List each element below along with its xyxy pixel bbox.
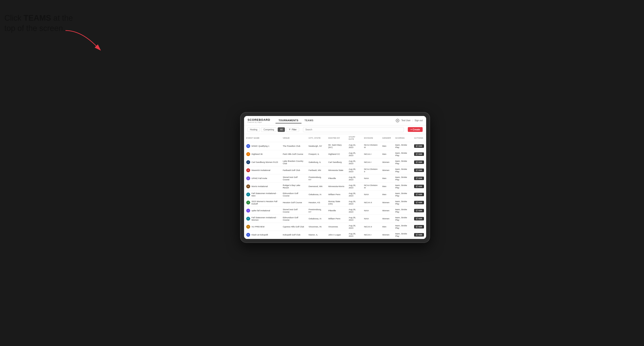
event-start-date: Aug 28, 2023 (346, 214, 362, 223)
event-start-date: Aug 28, 2023 (346, 223, 362, 231)
event-gender: Men (380, 174, 393, 182)
tab-tournaments[interactable]: TOURNAMENTS (276, 118, 302, 123)
filter-button[interactable]: Filter (286, 127, 299, 132)
event-gender: Men (380, 142, 393, 150)
edit-button[interactable]: Edit (414, 201, 424, 204)
event-name-cell: U UPIKE Fall Invite (244, 174, 280, 182)
table-header-row: EVENT NAME VENUE CITY, STATE HOSTED BY S… (244, 134, 426, 142)
event-name: Maverick Invitational (252, 169, 270, 171)
search-container (303, 127, 404, 132)
event-city-state: Vincennes, IN (306, 223, 326, 231)
event-gender: Men (380, 190, 393, 198)
event-gender: Men (380, 182, 393, 190)
create-button[interactable]: + Create (408, 127, 423, 132)
hosting-filter-button[interactable]: Hosting (248, 127, 260, 132)
event-division: NAIA (362, 190, 380, 198)
competing-filter-button[interactable]: Competing (261, 127, 276, 132)
table-row: M Maverick Invitational Faribault Golf C… (244, 166, 426, 174)
event-hosted-by: William Penn (326, 190, 346, 198)
event-start-date: Aug 28, 2023 (346, 190, 362, 198)
event-gender: Women (380, 214, 393, 223)
table-row: M MSMC Qualifying 1 The Powelton Club Ne… (244, 142, 426, 150)
edit-icon (416, 209, 418, 211)
event-name: MSMC Qualifying 1 (252, 145, 270, 147)
event-name: upike fall invitational (252, 209, 270, 212)
event-city-state: Freeport, IL (306, 150, 326, 158)
event-scoring: team, Stroke Play (393, 142, 412, 150)
event-name: Carl Sandburg Women FA23 (252, 161, 278, 163)
edit-button[interactable]: Edit (414, 161, 424, 164)
filter-icon (288, 128, 291, 131)
edit-button[interactable]: Edit (414, 169, 424, 172)
toolbar: Hosting Competing All Filter + Create (244, 125, 426, 134)
edit-icon (416, 161, 418, 163)
event-name-cell: H Highland 36 (244, 150, 280, 158)
edit-button[interactable]: Edit (414, 217, 424, 220)
table-row: M Morris Invitational Ruttger's Bay Lake… (244, 182, 426, 190)
tab-teams[interactable]: TEAMS (302, 118, 316, 123)
all-filter-button[interactable]: All (278, 127, 285, 132)
table-row: F Fall Statesmen Invitational - Men Edmu… (244, 190, 426, 198)
edit-icon (416, 177, 418, 179)
event-gender: Women (380, 166, 393, 174)
edit-icon (416, 145, 418, 147)
event-division: NCAA Division III (362, 182, 380, 190)
event-venue: StoneCrest Golf Course (280, 174, 306, 182)
table-row: 2 2023 Women's Hesston Fall Kickoff Hess… (244, 198, 426, 206)
event-scoring: team, Stroke Play (393, 214, 412, 223)
event-scoring: team, Stroke Play (393, 166, 412, 174)
event-actions: Edit (412, 150, 426, 158)
event-actions: Edit (412, 182, 426, 190)
event-icon: M (246, 144, 250, 148)
event-division: NICAA II (362, 198, 380, 206)
edit-button[interactable]: Edit (414, 233, 424, 237)
event-name: 2023 Women's Hesston Fall Kickoff (252, 200, 278, 205)
table-row: u upike fall invitational StoneCrest Gol… (244, 206, 426, 214)
settings-icon[interactable] (396, 119, 400, 123)
event-division: NAIA (362, 174, 380, 182)
event-start-date: Aug 28, 2023 (346, 166, 362, 174)
search-input[interactable] (303, 127, 404, 132)
logo-sub: Powered by clippit (248, 121, 270, 123)
event-division: NCAA Division III (362, 142, 380, 150)
edit-icon (416, 185, 418, 187)
event-division: NICAA I (362, 158, 380, 166)
event-hosted-by: Minnesota-Morris (326, 182, 346, 190)
edit-button[interactable]: Edit (414, 193, 424, 196)
instruction-text: Click TEAMS at the top of the screen. (4, 13, 74, 33)
event-gender: Men (380, 223, 393, 231)
edit-button[interactable]: Edit (414, 225, 424, 228)
event-actions: Edit (412, 214, 426, 223)
svg-point-1 (397, 120, 398, 121)
header-signout[interactable]: Sign out (414, 119, 423, 122)
event-venue: Kokopelli Golf Club (280, 231, 306, 239)
event-name: Fall Statesmen Invitational - Women (252, 216, 278, 221)
edit-button[interactable]: Edit (414, 176, 424, 180)
edit-icon (416, 218, 418, 219)
event-gender: Women (380, 198, 393, 206)
event-actions: Edit (412, 223, 426, 231)
event-city-state: Oskaloosa, IA (306, 214, 326, 223)
event-name: Highland 36 (252, 153, 262, 155)
edit-button[interactable]: Edit (414, 144, 424, 148)
event-hosted-by: Minnesota State (326, 166, 346, 174)
event-name-cell: C Carl Sandburg Women FA23 (244, 158, 280, 166)
col-actions: ACTIONS (412, 134, 426, 142)
edit-button[interactable]: Edit (414, 209, 424, 212)
event-hosted-by: Vincennes (326, 223, 346, 231)
event-hosted-by: John A Logan (326, 231, 346, 239)
edit-button[interactable]: Edit (414, 185, 424, 188)
event-city-state: Galesburg, IL (306, 158, 326, 166)
event-scoring: team, Stroke Play (393, 182, 412, 190)
edit-button[interactable]: Edit (414, 152, 424, 156)
event-division: NAIA (362, 214, 380, 223)
event-actions: Edit (412, 158, 426, 166)
tournament-table: EVENT NAME VENUE CITY, STATE HOSTED BY S… (244, 134, 426, 239)
event-city-state: Prestonsburg, KY (306, 206, 326, 214)
event-city-state: Hesston, KS (306, 198, 326, 206)
event-icon: M (246, 184, 250, 188)
event-icon: 2 (246, 200, 250, 204)
col-division: DIVISION (362, 134, 380, 142)
event-hosted-by: William Penn (326, 214, 346, 223)
event-scoring: team, Stroke Play (393, 206, 412, 214)
